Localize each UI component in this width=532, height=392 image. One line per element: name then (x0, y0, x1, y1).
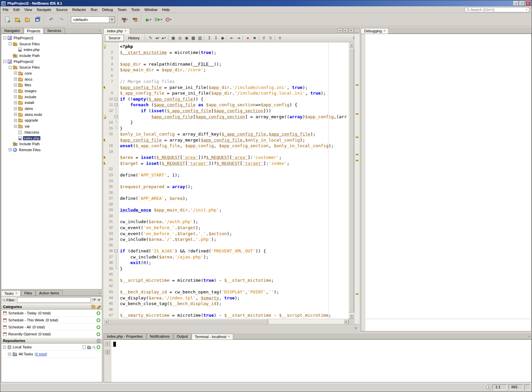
gutter-cell[interactable]: 33 (104, 231, 114, 237)
sync-icon[interactable] (97, 332, 100, 336)
code-text[interactable]: $app_dir = realpath(dirname(__FILE__)); (119, 61, 222, 67)
fold-column[interactable] (114, 120, 119, 126)
code-text[interactable]: foreach ($app_config_file as $app_config… (119, 102, 297, 108)
editor-vertical-scrollbar[interactable]: ▴ ▾ (349, 42, 354, 319)
category-row[interactable]: Recently Opened(0 total) (1, 331, 102, 338)
fold-column[interactable] (114, 67, 119, 73)
fold-column[interactable] (114, 190, 119, 196)
tree-row[interactable]: +docs (1, 76, 102, 82)
code-text[interactable]: // Merge config files (119, 79, 175, 85)
tree-row[interactable]: .htaccess (1, 129, 102, 135)
gutter-cell[interactable]: 4 (104, 61, 114, 67)
terminal-scroll-lock-icon[interactable]: ▯ (105, 350, 110, 354)
code-text[interactable]: if (isset($_app_config_file[$app_config_… (119, 108, 271, 114)
open-repository-icon[interactable] (87, 346, 91, 349)
category-row[interactable]: Schedule - This Week(0 total) (1, 317, 102, 324)
fold-column[interactable] (114, 90, 119, 96)
minimize-panel-button[interactable]: – (97, 28, 102, 33)
gutter-cell[interactable]: 23 (104, 172, 114, 178)
code-text[interactable] (119, 149, 120, 155)
gutter-cell[interactable]: 18 (104, 143, 114, 149)
fold-column[interactable] (114, 50, 119, 56)
code-text[interactable]: unset($_app_config_file, $app_config, $a… (119, 143, 334, 149)
gutter-cell[interactable]: 47 (104, 312, 114, 318)
sync-icon[interactable] (97, 318, 100, 322)
code-text[interactable]: $only_in_local_config = array_diff_key($… (119, 131, 315, 137)
add-repository-icon[interactable] (97, 339, 100, 343)
scroll-tabs-right-button[interactable]: ▸ (343, 28, 348, 33)
code-text[interactable] (119, 166, 120, 172)
tab-debugging[interactable]: Debugging × (361, 28, 389, 34)
code-text[interactable]: $area = isset($_REQUEST['area'])?$_REQUE… (119, 155, 281, 161)
filter-funnel-icon[interactable] (97, 299, 101, 301)
tree-row[interactable]: +skins.mobi (1, 112, 102, 118)
scroll-left-button[interactable]: ◂ (104, 319, 109, 324)
code-text[interactable]: $target = isset($_REQUEST['target'])?$_R… (119, 161, 289, 167)
previous-bookmark-icon[interactable]: ↥ (206, 35, 213, 41)
repository-row[interactable]: − Local Tasks (1, 344, 102, 351)
tree-expander[interactable]: + (14, 101, 17, 104)
fold-column[interactable] (114, 61, 119, 67)
tree-row[interactable]: Include Path (1, 53, 102, 59)
gutter-cell[interactable]: 14 (104, 120, 114, 126)
tree-expander[interactable]: + (14, 107, 17, 110)
error-stripe-mark[interactable] (356, 154, 358, 155)
document-list-button[interactable]: ▾ (349, 28, 354, 33)
fold-column[interactable] (114, 201, 119, 207)
uncomment-icon[interactable]: \\ (267, 35, 274, 41)
sort-icon[interactable] (92, 298, 96, 302)
filter-input[interactable] (17, 297, 91, 303)
tree-expander[interactable]: - (9, 42, 12, 45)
code-text[interactable]: if (!empty($_app_config_file)) { (119, 96, 203, 102)
tree-expander[interactable]: + (14, 72, 17, 75)
tree-row[interactable]: +upgrade (1, 118, 102, 124)
maximize-editor-button[interactable]: □ (354, 28, 359, 33)
menu-help[interactable]: Help (160, 7, 172, 12)
menu-file[interactable]: File (0, 7, 11, 12)
error-stripe-mark[interactable] (356, 113, 358, 115)
code-text[interactable] (119, 242, 120, 248)
find-next-occurrence-icon[interactable]: ◎ (177, 35, 183, 41)
fold-column[interactable] (114, 242, 119, 248)
code-text[interactable]: cw_include($area.'/ajax.php'); (119, 254, 209, 260)
notifications-badge[interactable]: 1 (486, 385, 491, 389)
fold-column[interactable] (114, 44, 119, 50)
tree-expander[interactable]: + (14, 125, 17, 128)
tab-projects[interactable]: Projects (24, 28, 44, 34)
minimize-panel-button[interactable]: – (97, 291, 102, 295)
fold-collapse-icon[interactable] (115, 249, 118, 252)
fold-column[interactable] (114, 96, 119, 102)
tree-expander[interactable]: + (14, 84, 17, 87)
forward-icon[interactable]: ▸▾ (161, 35, 167, 41)
minimize-button[interactable]: – (513, 1, 519, 6)
gutter-cell[interactable]: 31 (104, 219, 114, 225)
code-text[interactable]: cw_include($area.'/'.$target.'.php'); (119, 236, 217, 242)
code-text[interactable]: cw_event('on_before_'.$target.'_'.$actio… (119, 231, 232, 237)
tab-close-icon[interactable]: × (228, 335, 230, 338)
tree-row[interactable]: +include (1, 94, 102, 100)
tree-row[interactable]: +skins (1, 106, 102, 112)
fold-column[interactable] (114, 236, 119, 242)
shift-right-icon[interactable]: ⇥ (235, 35, 242, 41)
gutter-cell[interactable]: 9 (104, 90, 114, 96)
fold-column[interactable] (114, 143, 119, 149)
code-text[interactable]: define('APP_AREA', $area); (119, 196, 188, 201)
fold-column[interactable] (114, 225, 119, 231)
new-terminal-tab-icon[interactable]: + (105, 342, 110, 346)
fold-column[interactable] (114, 196, 119, 201)
gutter-cell[interactable]: 30 (104, 213, 114, 219)
toggle-bookmark-icon[interactable]: ◆ (219, 35, 226, 41)
fold-column[interactable] (114, 295, 119, 301)
fold-column[interactable] (114, 149, 119, 155)
code-text[interactable] (119, 73, 120, 79)
tree-expander[interactable]: + (14, 78, 17, 81)
error-stripe[interactable] (354, 34, 359, 324)
gutter-cell[interactable]: 37 (104, 254, 114, 260)
fold-column[interactable] (114, 55, 119, 61)
tab-close-icon[interactable]: × (125, 29, 127, 33)
fold-column[interactable] (114, 260, 119, 266)
profile-project-button[interactable]: ▾ (164, 15, 173, 24)
fold-column[interactable] (114, 254, 119, 260)
all-tasks-row[interactable]: + All Tasks (0 total) (1, 351, 102, 358)
gutter-cell[interactable]: 7 (104, 79, 114, 85)
